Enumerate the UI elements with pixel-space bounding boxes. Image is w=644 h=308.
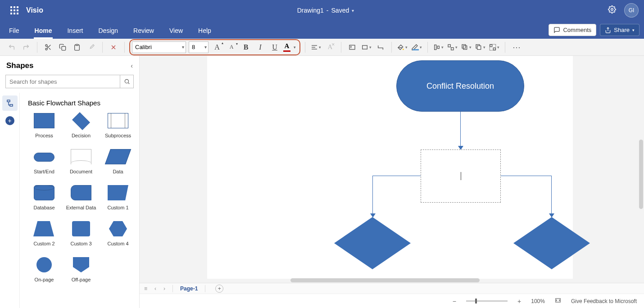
svg-line-31 [128,83,129,84]
shape-item-extdata[interactable]: External Data [65,185,97,210]
canvas-page[interactable]: Conflict Resolution [207,56,573,279]
fit-to-window-button[interactable] [553,297,563,305]
shape-item-custom3b[interactable]: Custom 3 [65,221,97,246]
menu-home[interactable]: Home [34,23,53,39]
connector-button[interactable] [374,41,387,54]
all-pages-button[interactable]: ≡ [142,285,149,292]
menu-help[interactable]: Help [197,23,212,39]
add-stencil-button[interactable]: + [5,116,14,125]
canvas-area[interactable]: Conflict Resolution ≡ [140,56,644,308]
stencil-tab-button[interactable] [2,95,18,111]
copy-icon [59,44,66,51]
bring-front-button[interactable]: ▾ [460,44,472,51]
align-objects-button[interactable]: ▾ [432,44,444,51]
send-back-button[interactable]: ▾ [474,44,486,51]
zoom-slider[interactable] [466,300,508,302]
clear-formatting-button[interactable]: A✕ [324,41,336,54]
redo-button[interactable] [20,41,32,54]
shape-item-onpage[interactable]: On-page [28,257,60,282]
shape-item-document[interactable]: Document [65,149,97,174]
page-tab-1[interactable]: Page-1 [178,285,200,292]
shape-item-startend[interactable]: Start/End [28,149,60,174]
bold-button[interactable]: B [240,41,252,53]
shape-item-subprocess[interactable]: Subprocess [102,113,134,138]
menu-design[interactable]: Design [97,23,119,39]
menu-view[interactable]: View [168,23,184,39]
vertical-scrollbar-thumb[interactable] [639,140,643,209]
connector-line[interactable] [372,176,373,215]
settings-button[interactable] [608,5,616,15]
slider-knob[interactable] [475,299,477,303]
fill-color-button[interactable]: ▾ [396,44,408,51]
font-size-input[interactable] [189,41,209,53]
zoom-percent[interactable]: 100% [531,298,545,304]
shape-label: Decision [72,133,91,138]
shape-item-offpage[interactable]: Off-page [65,257,97,282]
rectangle-icon [361,44,368,51]
shape-item-custom2[interactable]: Custom 2 [28,221,60,246]
font-name-input[interactable] [132,41,186,53]
shape-label: Data [113,169,123,174]
decision-shape[interactable] [513,217,590,269]
menu-file[interactable]: File [8,23,20,39]
connector-line[interactable] [372,176,421,176]
shape-item-data[interactable]: Data [102,149,134,174]
database-icon [33,185,55,201]
search-input[interactable] [6,75,120,88]
delete-button[interactable] [107,41,120,54]
feedback-link[interactable]: Give Feedback to Microsoft [571,298,637,304]
search-button[interactable] [120,75,133,88]
menu-review[interactable]: Review [132,23,155,39]
paste-button[interactable] [71,41,83,54]
undo-button[interactable] [5,41,18,54]
decision-shape[interactable] [334,217,411,269]
zoom-out-button[interactable]: − [451,298,458,305]
collapse-panel-button[interactable]: ‹ [131,62,133,69]
group-button[interactable]: ▾ [488,44,500,51]
line-color-button[interactable]: ▾ [410,44,423,51]
prev-page-button[interactable]: ‹ [153,285,158,292]
shape-button[interactable]: ▾ [360,44,372,51]
connector-line[interactable] [460,112,461,148]
document-title[interactable]: Drawing1 - Saved ▾ [43,7,608,14]
connector-line[interactable] [551,176,552,215]
main-area: Shapes ‹ + Basic Flowchart Shapes Proces… [0,56,644,308]
start-end-shape[interactable]: Conflict Resolution [396,60,524,112]
underline-button[interactable]: U [269,41,281,53]
position-button[interactable]: ▾ [446,44,458,51]
font-color-button[interactable]: A [283,42,295,52]
increase-font-button[interactable]: A▴ [211,41,223,53]
svg-point-3 [45,48,47,50]
more-commands-button[interactable]: ⋯ [510,42,524,52]
shape-item-process[interactable]: Process [28,113,60,138]
menu-insert[interactable]: Insert [66,23,84,39]
app-launcher-button[interactable] [5,6,23,14]
align-text-button[interactable]: ▾ [310,44,322,51]
format-painter-button[interactable] [85,41,98,54]
user-avatar[interactable]: GI [624,3,639,18]
shape-item-decision[interactable]: Decision [65,113,97,138]
shapes-category[interactable]: Basic Flowchart Shapes [28,99,136,107]
shape-item-custom1[interactable]: Custom 1 [102,185,134,210]
process-shape-editing[interactable] [421,149,501,203]
share-button[interactable]: Share ▾ [600,24,639,36]
copy-button[interactable] [56,41,69,54]
cut-button[interactable] [42,41,54,54]
decrease-font-button[interactable]: A▾ [226,41,237,53]
add-page-button[interactable]: + [215,285,223,293]
svg-rect-27 [490,45,492,47]
font-name-combo[interactable] [132,41,186,53]
comments-button[interactable]: Comments [549,24,596,36]
scrollbar-thumb[interactable] [290,278,480,282]
horizontal-scrollbar[interactable] [290,278,626,282]
font-size-combo[interactable] [189,41,209,53]
shape-item-custom4[interactable]: Custom 4 [102,221,134,246]
next-page-button[interactable]: › [162,285,167,292]
text-box-button[interactable] [346,41,358,54]
svg-rect-22 [451,47,454,50]
connector-line[interactable] [501,176,551,176]
italic-button[interactable]: I [254,41,266,53]
group-icon [489,44,496,51]
zoom-in-button[interactable]: + [516,298,523,305]
shape-item-database[interactable]: Database [28,185,60,210]
